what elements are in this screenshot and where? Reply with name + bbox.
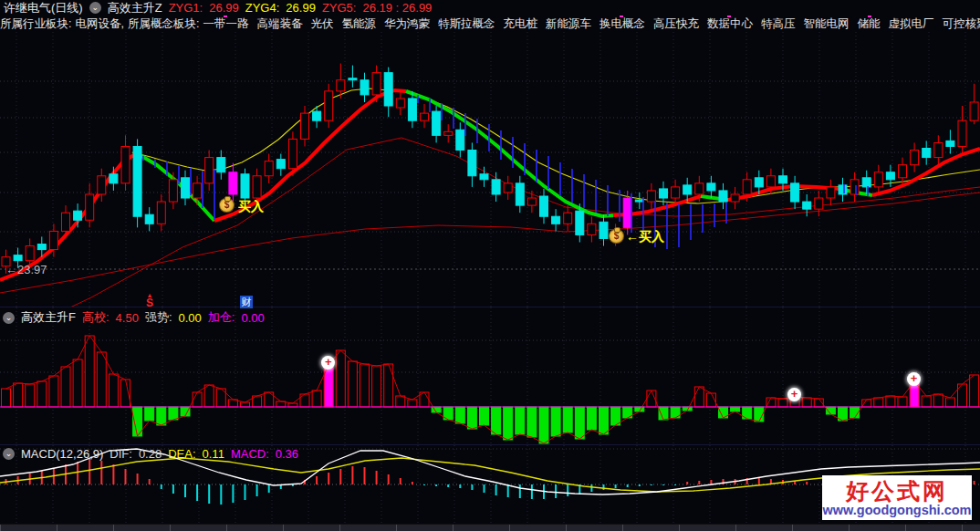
panel2-header: ⌄ 高效主升F 高校: 4.50 强势: 0.00 加仓: 0.00 [0, 309, 265, 326]
macd-value: 0.36 [276, 447, 298, 461]
sector-tag[interactable]: 氢能源 [341, 17, 376, 30]
sell-flag-letter: S [146, 297, 153, 309]
watermark-url[interactable]: www.goodgongshi.com [823, 503, 972, 517]
panel2-f2-value: 0.00 [179, 311, 202, 325]
zyg5-value: 26.19 : 26.99 [362, 1, 432, 15]
sector-tag[interactable]: 储能 [857, 17, 880, 30]
moneybag-icon: $ [219, 198, 235, 213]
add-position-medal-icon: + [907, 372, 921, 386]
zyg4-label: ZYG4: [245, 1, 280, 15]
chevron-down-icon[interactable]: ⌄ [89, 2, 101, 14]
sector-tag[interactable]: 充电桩 [503, 17, 537, 30]
main-price-chart[interactable] [0, 32, 980, 307]
moneybag-icon: $ [609, 229, 624, 244]
panel2-f3-value: 0.00 [241, 311, 264, 325]
zyg1-label: ZYG1: [169, 1, 203, 15]
concept-tag-list: 一带一路高端装备光伏氢能源华为鸿蒙特斯拉概念充电桩新能源车换电概念高压快充数据中… [203, 16, 980, 32]
watermark-badge[interactable]: 好公式网 www.goodgongshi.com [822, 475, 972, 520]
dif-value: 0.28 [139, 447, 162, 461]
histogram-canvas[interactable] [0, 307, 980, 444]
add-position-medal-icon: + [787, 388, 801, 401]
chart-app-window: 许继电气(日线) ⌄ 高效主升Z ZYG1: 26.99 ZYG4: 26.99… [0, 0, 980, 531]
industry-label: 所属行业板块: [0, 16, 71, 32]
strength-histogram-panel[interactable]: +++ [0, 307, 980, 445]
chevron-down-icon[interactable]: ⌄ [3, 448, 15, 460]
buy-signal-label-2: ←买入 [626, 229, 664, 245]
title-bar: 许继电气(日线) ⌄ 高效主升Z ZYG1: 26.99 ZYG4: 26.99… [0, 0, 980, 16]
chevron-down-icon[interactable]: ⌄ [3, 312, 15, 324]
panel2-f2-label: 强势: [145, 309, 172, 326]
sector-tag[interactable]: 光伏 [310, 17, 333, 30]
candlestick-canvas[interactable] [0, 32, 980, 307]
panel2-f3-label: 加仓: [208, 309, 235, 326]
zyg5-label: ZYG5: [322, 1, 357, 15]
horizontal-scrollbar[interactable] [0, 524, 980, 531]
indicator-name: 高效主升Z [108, 0, 162, 16]
sell-flag-marker: ▲ S [146, 292, 153, 307]
dea-value: 0.11 [203, 447, 224, 461]
panel2-f1-value: 4.50 [116, 311, 139, 325]
zyg1-value: 26.99 [209, 1, 239, 15]
finance-report-flag[interactable]: 财 [240, 296, 253, 308]
macd-header: ⌄ MACD(12,26,9) DIF: 0.28 DEA: 0.11 MACD… [0, 447, 298, 461]
buy-signal-label-1: 买入 [238, 199, 264, 215]
zyg4-value: 26.99 [286, 1, 316, 15]
macd-value-label: MACD: [231, 447, 269, 461]
dea-label: DEA: [168, 447, 195, 461]
sector-tag[interactable]: 新能源车 [546, 17, 591, 30]
sector-tag[interactable]: 换电概念 [599, 17, 645, 30]
sector-tag[interactable]: 特高压 [761, 17, 796, 30]
industry-value[interactable]: 电网设备, [75, 16, 123, 32]
low-price-label: ←23.97 [5, 263, 47, 276]
sector-tags-bar: 所属行业板块: 电网设备, 所属概念板块: 一带一路高端装备光伏氢能源华为鸿蒙特… [0, 16, 980, 32]
watermark-title: 好公式网 [846, 479, 948, 503]
panel2-indicator-name: 高效主升F [21, 309, 76, 326]
stock-title: 许继电气(日线) [4, 0, 83, 16]
sector-tag[interactable]: 智能电网 [803, 17, 849, 30]
macd-name: MACD(12,26,9) [21, 447, 103, 461]
sector-tag[interactable]: 华为鸿蒙 [384, 17, 430, 30]
sector-tag[interactable]: 虚拟电厂 [888, 17, 933, 30]
sector-tag[interactable]: 一带一路 [203, 17, 248, 30]
sector-tag[interactable]: 可控核聚变 [942, 17, 980, 30]
sector-tag[interactable]: 数据中心 [707, 17, 753, 30]
sector-tag[interactable]: 特斯拉概念 [438, 17, 495, 30]
concept-label: 所属概念板块: [128, 16, 199, 32]
panel2-f1-label: 高校: [82, 309, 109, 326]
sector-tag[interactable]: 高压快充 [653, 17, 699, 30]
dif-label: DIF: [109, 447, 132, 461]
sector-tag[interactable]: 高端装备 [256, 17, 302, 30]
